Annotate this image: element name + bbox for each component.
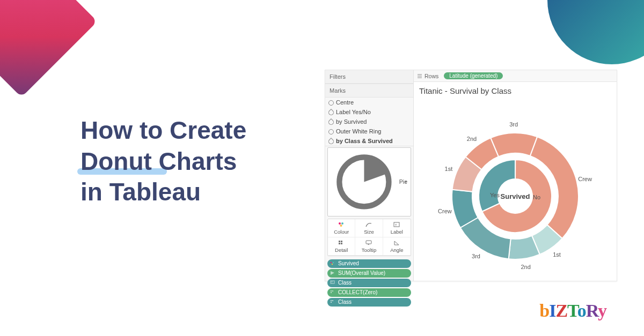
- outer-label-third_left: 3rd: [472, 253, 480, 259]
- svg-point-12: [332, 262, 333, 263]
- svg-rect-21: [331, 302, 332, 303]
- colour-icon: [338, 221, 345, 228]
- card-size[interactable]: Size: [355, 219, 383, 237]
- svg-point-1: [339, 222, 341, 225]
- svg-point-2: [341, 222, 343, 225]
- rows-label: Rows: [417, 73, 438, 79]
- tableau-viz-area: Rows Latitude (generated) Titanic - Surv…: [414, 70, 617, 281]
- headline-line-3: in Tableau: [80, 177, 246, 208]
- viz-title: Titanic - Survival by Class: [414, 82, 617, 96]
- inner-label-yes: Yes: [490, 192, 500, 198]
- mark-by-survived[interactable]: by Survived: [325, 117, 413, 126]
- biztory-logo: bIZToRy: [539, 301, 606, 321]
- mark-type-dropdown[interactable]: Pie: [327, 147, 411, 216]
- svg-rect-10: [366, 241, 371, 244]
- svg-rect-7: [341, 241, 342, 242]
- outer-label-second_left: 2nd: [521, 264, 530, 270]
- card-tooltip[interactable]: Tooltip: [355, 237, 383, 256]
- card-label[interactable]: T Label: [383, 219, 411, 237]
- svg-rect-17: [332, 290, 333, 292]
- marks-card-grid: Colour Size T Label Detail Tooltip Angle: [327, 219, 411, 256]
- pill-sum-overall[interactable]: SUM(Overall Value): [327, 269, 411, 278]
- label-icon: T: [393, 221, 400, 228]
- marks-list: Centre Label Yes/No by Survived Outer Wh…: [325, 98, 413, 146]
- tableau-screenshot: Filters Marks Centre Label Yes/No by Sur…: [325, 70, 617, 281]
- svg-rect-9: [341, 243, 342, 244]
- rows-icon: [417, 73, 422, 79]
- rows-shelf[interactable]: Rows Latitude (generated): [414, 70, 617, 82]
- svg-rect-6: [339, 241, 340, 242]
- size-icon: [365, 221, 372, 228]
- mark-type-label: Pie: [399, 178, 407, 185]
- svg-rect-20: [332, 300, 333, 301]
- svg-text:T: T: [331, 281, 333, 284]
- outer-label-first_top: 1st: [445, 166, 453, 172]
- svg-rect-19: [331, 300, 332, 301]
- detail-icon: [338, 240, 345, 246]
- inner-label-no: No: [533, 194, 540, 200]
- donut-chart: Survived Yes No Crew1st2nd3rdCrew1st2nd3…: [414, 96, 617, 281]
- angle-icon: [393, 240, 400, 246]
- marks-header: Marks: [325, 84, 413, 98]
- decorative-shape-top-right: [547, 0, 644, 64]
- svg-text:T: T: [395, 223, 397, 226]
- tooltip-icon: [365, 240, 372, 246]
- outer-label-third_right: 3rd: [509, 121, 518, 128]
- pill-collect-zero[interactable]: COLLECT(Zero): [327, 288, 411, 297]
- page-headline: How to Create Donut Charts in Tableau: [80, 115, 246, 208]
- mark-centre[interactable]: Centre: [325, 98, 413, 107]
- pill-class-2[interactable]: Class: [327, 298, 411, 307]
- mark-outer-white[interactable]: Outer White Ring: [325, 126, 413, 136]
- outer-label-second_right: 2nd: [467, 136, 477, 142]
- filters-header: Filters: [325, 70, 413, 84]
- rows-pill-latitude[interactable]: Latitude (generated): [444, 72, 503, 79]
- card-detail[interactable]: Detail: [328, 237, 355, 256]
- svg-rect-8: [339, 243, 340, 244]
- decorative-shape-top-left: [0, 0, 97, 97]
- svg-point-13: [331, 264, 332, 265]
- pie-icon: [331, 149, 397, 215]
- svg-point-3: [340, 225, 342, 227]
- outer-label-first_left: 1st: [553, 251, 561, 258]
- svg-rect-16: [331, 290, 332, 292]
- outer-label-crew_bottom: Crew: [578, 176, 592, 182]
- card-colour[interactable]: Colour: [328, 219, 355, 237]
- headline-line-2: Donut Charts: [80, 147, 237, 175]
- card-angle[interactable]: Angle: [383, 237, 411, 256]
- marks-pills: Survived SUM(Overall Value) TClass COLLE…: [327, 259, 411, 307]
- outer-label-crew_top: Crew: [438, 208, 452, 214]
- svg-rect-18: [331, 292, 332, 293]
- headline-line-1: How to Create: [80, 115, 246, 146]
- mark-by-class-survived[interactable]: by Class & Survived: [325, 136, 413, 146]
- pill-class-1[interactable]: TClass: [327, 279, 411, 287]
- donut-center-label: Survived: [501, 192, 530, 200]
- mark-label-yesno[interactable]: Label Yes/No: [325, 107, 413, 117]
- tableau-sidebar: Filters Marks Centre Label Yes/No by Sur…: [325, 70, 414, 281]
- svg-point-11: [330, 262, 331, 263]
- pill-survived[interactable]: Survived: [327, 259, 411, 268]
